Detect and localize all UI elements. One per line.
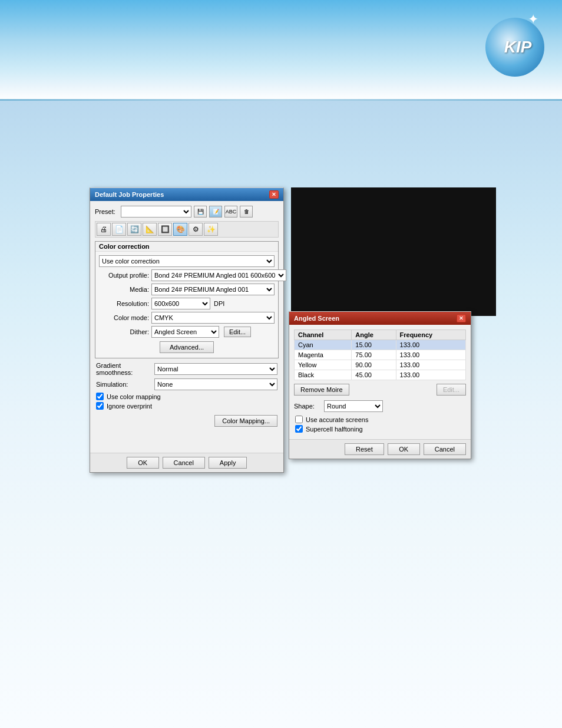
col-angle: Angle [352, 330, 396, 340]
black-background [291, 187, 496, 316]
media-label: Media: [99, 286, 149, 293]
resolution-label: Resolution: [99, 300, 149, 307]
job-cancel-button[interactable]: Cancel [163, 457, 205, 469]
angled-ok-button[interactable]: OK [388, 443, 420, 455]
use-color-mapping-checkbox[interactable] [96, 393, 104, 400]
cell-channel: Magenta [295, 350, 352, 360]
cell-frequency: 133.00 [396, 370, 465, 380]
advanced-button[interactable]: Advanced... [160, 341, 214, 353]
color-mapping-button[interactable]: Color Mapping... [214, 415, 277, 427]
preset-select[interactable] [121, 206, 191, 218]
simulation-select[interactable]: None [154, 378, 277, 390]
job-properties-dialog: Default Job Properties ✕ Preset: 💾 📝 ABC… [90, 187, 284, 473]
dither-row: Dither: Angled Screen Edit... [99, 326, 275, 338]
dither-select[interactable]: Angled Screen [151, 326, 219, 338]
use-accurate-screens-label: Use accurate screens [306, 416, 368, 423]
color-mode-select[interactable]: CMYK [151, 312, 275, 324]
preset-rename-button[interactable]: ABC [224, 206, 237, 218]
icon-btn-box[interactable]: 🔲 [158, 223, 172, 236]
angled-screen-dialog: Angled Screen ✕ Channel Angle Frequency … [289, 311, 471, 459]
ignore-overprint-row: Ignore overprint [95, 402, 279, 410]
cell-channel: Cyan [295, 340, 352, 350]
job-apply-button[interactable]: Apply [209, 457, 247, 469]
use-color-mapping-row: Use color mapping [95, 393, 279, 400]
col-channel: Channel [295, 330, 352, 340]
angled-edit-button[interactable]: Edit... [437, 384, 466, 396]
job-dialog-close-button[interactable]: ✕ [269, 190, 279, 199]
icon-btn-effects[interactable]: ✨ [204, 223, 218, 236]
simulation-label: Simulation: [96, 381, 152, 388]
resolution-select[interactable]: 600x600 [151, 298, 210, 309]
use-accurate-screens-checkbox[interactable] [295, 416, 303, 423]
preset-edit-button[interactable]: 📝 [209, 206, 222, 218]
use-color-mapping-label: Use color mapping [107, 393, 161, 400]
color-mode-label: Color mode: [99, 314, 149, 321]
angled-dialog-title: Angled Screen [294, 315, 339, 322]
col-frequency: Frequency [396, 330, 465, 340]
icon-toolbar: 🖨 📄 🔄 📐 🔲 🎨 ⚙ ✨ [95, 221, 279, 238]
preset-row: Preset: 💾 📝 ABC 🗑 [95, 206, 279, 218]
preset-save-button[interactable]: 💾 [194, 206, 207, 218]
preset-label: Preset: [95, 208, 118, 215]
ignore-overprint-label: Ignore overprint [107, 403, 152, 410]
dpi-label: DPI [214, 300, 224, 307]
icon-btn-options[interactable]: ⚙ [189, 223, 203, 236]
supercell-halftoning-label: Supercell halftoning [306, 426, 363, 433]
angled-dialog-footer: Reset OK Cancel [289, 439, 471, 459]
color-correction-section: Color correction Use color correction Ou… [95, 241, 279, 358]
cell-angle: 15.00 [352, 340, 396, 350]
kip-logo-circle: KIP [485, 18, 544, 77]
shape-label: Shape: [294, 403, 320, 410]
cell-angle: 90.00 [352, 360, 396, 370]
use-color-correction-row: Use color correction [99, 255, 275, 267]
preset-delete-button[interactable]: 🗑 [240, 206, 253, 218]
angled-dialog-close-button[interactable]: ✕ [457, 314, 466, 322]
remove-moire-button[interactable]: Remove Moire [294, 384, 349, 396]
cell-frequency: 133.00 [396, 360, 465, 370]
icon-btn-rotate[interactable]: 🔄 [127, 223, 141, 236]
shape-row: Shape: Round [294, 400, 466, 412]
resolution-row: Resolution: 600x600 DPI [99, 298, 275, 309]
shape-select[interactable]: Round [324, 400, 383, 412]
supercell-halftoning-checkbox[interactable] [295, 425, 303, 433]
angled-dialog-titlebar: Angled Screen ✕ [289, 312, 471, 325]
table-row[interactable]: Magenta75.00133.00 [295, 350, 466, 360]
table-row[interactable]: Cyan15.00133.00 [295, 340, 466, 350]
job-ok-button[interactable]: OK [127, 457, 159, 469]
cell-channel: Black [295, 370, 352, 380]
cell-angle: 75.00 [352, 350, 396, 360]
icon-btn-color[interactable]: 🎨 [173, 223, 187, 236]
dither-label: Dither: [99, 328, 149, 335]
gradient-label: Gradient smoothness: [96, 362, 152, 376]
screen-table: Channel Angle Frequency Cyan15.00133.00M… [294, 330, 466, 380]
job-dialog-titlebar: Default Job Properties ✕ [90, 188, 283, 201]
icon-btn-layout[interactable]: 📐 [143, 223, 157, 236]
angled-cancel-button[interactable]: Cancel [424, 443, 466, 455]
kip-logo: ✦ KIP [468, 12, 544, 77]
table-row[interactable]: Black45.00133.00 [295, 370, 466, 380]
icon-btn-print[interactable]: 🖨 [97, 223, 111, 236]
cell-frequency: 133.00 [396, 340, 465, 350]
gradient-row: Gradient smoothness: Normal [95, 362, 279, 376]
simulation-row: Simulation: None [95, 378, 279, 390]
cell-angle: 45.00 [352, 370, 396, 380]
color-mapping-container: Color Mapping... [95, 411, 279, 428]
dither-edit-button[interactable]: Edit... [224, 327, 251, 337]
use-color-correction-select[interactable]: Use color correction [99, 255, 275, 267]
job-dialog-body: Preset: 💾 📝 ABC 🗑 🖨 📄 🔄 📐 🔲 🎨 ⚙ ✨ Color … [90, 201, 283, 450]
cell-frequency: 133.00 [396, 350, 465, 360]
ignore-overprint-checkbox[interactable] [96, 402, 104, 410]
output-profile-select[interactable]: Bond 24# PREMIUM Angled 001 600x600 [151, 269, 286, 281]
gradient-select[interactable]: Normal [154, 363, 277, 375]
job-dialog-footer: OK Cancel Apply [90, 453, 283, 472]
table-row[interactable]: Yellow90.00133.00 [295, 360, 466, 370]
angled-reset-button[interactable]: Reset [345, 443, 384, 455]
color-mode-row: Color mode: CMYK [99, 312, 275, 324]
header-divider [0, 99, 562, 101]
media-select[interactable]: Bond 24# PREMIUM Angled 001 [151, 284, 275, 295]
job-dialog-title: Default Job Properties [95, 191, 164, 198]
color-correction-title: Color correction [95, 242, 278, 252]
media-row: Media: Bond 24# PREMIUM Angled 001 [99, 284, 275, 295]
angled-dialog-body: Channel Angle Frequency Cyan15.00133.00M… [289, 325, 471, 439]
icon-btn-page[interactable]: 📄 [112, 223, 126, 236]
